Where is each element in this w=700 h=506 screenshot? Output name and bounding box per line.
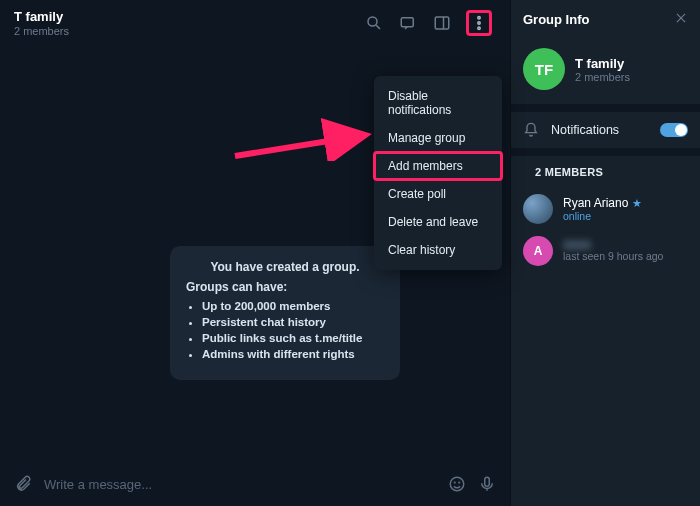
close-icon[interactable] [674, 11, 688, 28]
svg-line-8 [235, 136, 360, 156]
svg-point-10 [454, 482, 455, 483]
group-avatar: TF [523, 48, 565, 90]
svg-point-0 [368, 17, 377, 26]
menu-manage-group[interactable]: Manage group [374, 124, 502, 152]
svg-point-9 [450, 477, 464, 491]
emoji-icon[interactable] [448, 475, 466, 493]
group-profile[interactable]: TF T family 2 members [511, 38, 700, 104]
member-row[interactable]: Ryan Ariano★ online [511, 188, 700, 230]
members-heading: 2 MEMBERS [535, 166, 603, 178]
syscard-bullet: Persistent chat history [202, 316, 384, 328]
svg-point-5 [478, 17, 480, 19]
menu-create-poll[interactable]: Create poll [374, 180, 502, 208]
message-input[interactable] [44, 477, 436, 492]
menu-disable-notifications[interactable]: Disable notifications [374, 82, 502, 124]
sidepanel-icon[interactable] [432, 13, 452, 33]
member-avatar [523, 194, 553, 224]
member-status: online [563, 210, 642, 222]
chat-title: T family [14, 9, 364, 24]
group-info-panel: Group Info TF T family 2 members Notific… [510, 0, 700, 506]
system-message-card: You have created a group. Groups can hav… [170, 246, 400, 380]
svg-rect-2 [401, 18, 413, 27]
panel-title: Group Info [523, 12, 674, 27]
menu-clear-history[interactable]: Clear history [374, 236, 502, 264]
member-avatar: A [523, 236, 553, 266]
chat-subtitle: 2 members [14, 25, 364, 37]
more-icon[interactable] [469, 13, 489, 33]
group-name: T family [575, 56, 630, 71]
syscard-bullet: Up to 200,000 members [202, 300, 384, 312]
syscard-bullet: Admins with different rights [202, 348, 384, 360]
svg-line-1 [376, 25, 380, 29]
syscard-bullet: Public links such as t.me/title [202, 332, 384, 344]
syscard-line1: You have created a group. [186, 260, 384, 274]
more-button-highlight [466, 10, 492, 36]
notifications-row[interactable]: Notifications [511, 112, 700, 148]
svg-rect-12 [485, 477, 490, 486]
chat-icon[interactable] [398, 13, 418, 33]
svg-rect-3 [435, 17, 449, 29]
notifications-label: Notifications [551, 123, 619, 137]
chat-header: T family 2 members [0, 0, 510, 46]
member-row[interactable]: A last seen 9 hours ago [511, 230, 700, 272]
member-status: last seen 9 hours ago [563, 250, 663, 262]
syscard-line2: Groups can have: [186, 280, 384, 294]
chat-title-block[interactable]: T family 2 members [10, 9, 364, 37]
menu-delete-and-leave[interactable]: Delete and leave [374, 208, 502, 236]
search-icon[interactable] [364, 13, 384, 33]
group-sub: 2 members [575, 71, 630, 83]
member-name: Ryan Ariano [563, 196, 628, 210]
context-menu: Disable notifications Manage group Add m… [374, 76, 502, 270]
member-name-redacted [563, 240, 591, 250]
chat-body: Disable notifications Manage group Add m… [0, 46, 510, 462]
paperclip-icon[interactable] [14, 475, 32, 493]
bell-icon [523, 122, 539, 138]
svg-point-6 [478, 22, 480, 24]
svg-point-7 [478, 27, 480, 29]
mic-icon[interactable] [478, 475, 496, 493]
chat-pane: T family 2 members Disable notifications… [0, 0, 510, 506]
svg-point-11 [459, 482, 460, 483]
annotation-arrow [230, 91, 380, 161]
menu-add-members[interactable]: Add members [374, 152, 502, 180]
message-composer [0, 462, 510, 506]
notifications-toggle[interactable] [660, 123, 688, 137]
star-icon: ★ [632, 197, 642, 210]
